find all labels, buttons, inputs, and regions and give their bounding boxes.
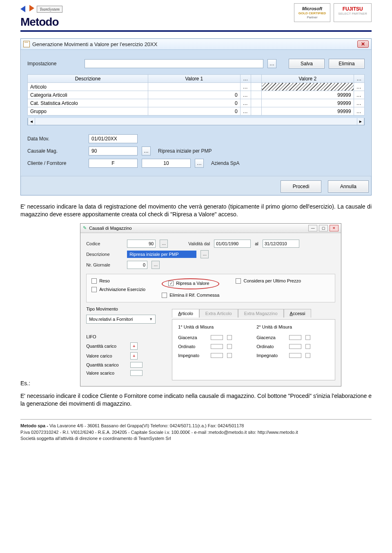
cell-v2-hatched <box>262 83 354 91</box>
um-field[interactable] <box>211 335 223 340</box>
archiviazione-checkbox[interactable]: Archiviazione Esercizio <box>91 287 145 292</box>
chevron-down-icon: ▼ <box>149 317 153 321</box>
elimina-rif-checkbox[interactable]: Elimina il Rif. Commessa <box>162 293 219 298</box>
tab-extra-articolo[interactable]: Extra Articolo <box>199 309 238 318</box>
validita-al-input[interactable]: 31/12/2010 <box>263 240 299 248</box>
tipo-movimento-combo[interactable]: Mov.relativi a Fornitori ▼ <box>86 315 156 324</box>
procedi-button[interactable]: Procedi <box>281 180 321 193</box>
tipo-movimento-label: Tipo Movimento <box>86 306 160 311</box>
cell-v2[interactable]: 99999 <box>262 99 354 107</box>
cb-label: Elimina il Rif. Commessa <box>169 293 219 298</box>
scroll-right-icon[interactable]: ► <box>357 118 364 125</box>
lookup-button[interactable]: … <box>354 83 364 91</box>
ripresa-valore-checkbox[interactable]: Ripresa a Valore <box>168 281 209 286</box>
minimize-button[interactable]: — <box>308 225 317 231</box>
um-field[interactable] <box>305 344 310 349</box>
cell-v2[interactable]: 99999 <box>262 91 354 99</box>
col-valore2: Valore 2 <box>262 75 354 83</box>
tab-accessi[interactable]: Accessi <box>284 309 312 318</box>
um-field[interactable] <box>305 335 310 340</box>
um-field[interactable] <box>289 344 301 349</box>
cliente-code-input[interactable]: 10 <box>142 159 191 168</box>
footer-divider <box>20 419 372 420</box>
um-field[interactable] <box>289 353 301 358</box>
lookup-button[interactable]: … <box>354 107 364 115</box>
table-row: Gruppo 0 … 99999 … <box>28 107 365 115</box>
col-valore1: Valore 1 <box>148 75 241 83</box>
data-mov-input[interactable]: 01/01/20XX <box>89 134 138 143</box>
giacenza-label: Giacenza <box>178 335 207 340</box>
ms-line: Microsoft <box>298 6 326 11</box>
descrizione-lookup-button[interactable]: … <box>200 250 209 258</box>
lookup-button[interactable]: … <box>240 83 251 91</box>
lookup-button[interactable]: … <box>240 107 251 115</box>
q-carico-sign[interactable]: + <box>130 342 138 350</box>
tab-extra-magazzino[interactable]: Extra Magazzino <box>238 309 284 318</box>
descrizione-input[interactable]: Ripresa iniziale per PMP <box>127 251 196 258</box>
v-carico-label: Valore carico <box>86 353 127 358</box>
paragraph-2: E' necessario indicare il codice Cliente… <box>20 392 372 408</box>
elimina-button[interactable]: Elimina <box>329 59 365 69</box>
nr-giornale-lookup-button[interactable]: … <box>151 261 160 269</box>
cliente-prefix-input[interactable]: F <box>89 159 138 168</box>
validita-dal-input[interactable]: 01/01/1990 <box>214 240 251 248</box>
tab-articolo[interactable]: AArticolorticolo <box>172 309 199 318</box>
validita-dal-label: Validità dal <box>188 241 210 246</box>
causale-label: Causale Mag. <box>27 148 85 154</box>
v-carico-sign[interactable]: + <box>130 352 138 360</box>
col-valore2-btn: … <box>354 75 364 83</box>
tab-panel-articolo: 1° Unità di Misura Giacenza Ordinato Imp… <box>172 319 335 380</box>
considera-prezzo-checkbox[interactable]: Considera per Ultimo Prezzo <box>236 278 301 284</box>
um-field[interactable] <box>211 344 223 349</box>
cell-v1[interactable]: 0 <box>148 91 241 99</box>
nr-giornale-input[interactable]: 0 <box>127 261 147 269</box>
um-field[interactable] <box>305 353 310 358</box>
cell-desc: Articolo <box>28 83 148 91</box>
um-field[interactable] <box>227 335 232 340</box>
annulla-button[interactable]: Annulla <box>328 180 369 193</box>
causale-lookup-button[interactable]: … <box>142 147 151 155</box>
cell-v1[interactable]: 0 <box>148 107 241 115</box>
combo-value: Mov.relativi a Fornitori <box>89 317 133 322</box>
causale-input[interactable]: 90 <box>89 147 138 155</box>
scroll-left-icon[interactable]: ◄ <box>28 118 35 125</box>
lookup-button[interactable]: … <box>354 99 364 107</box>
cb-label: Ripresa a Valore <box>176 281 209 286</box>
cell-v1[interactable] <box>148 83 241 91</box>
fj-line: FUJITSU <box>338 6 367 12</box>
impostazione-input[interactable] <box>85 59 263 68</box>
checkbox-panel: Reso Archiviazione Esercizio Ripresa a V… <box>86 274 335 302</box>
impegnato-label: Impegnato <box>256 353 285 358</box>
ordinato-label: Ordinato <box>256 344 285 349</box>
um-field[interactable] <box>211 353 223 358</box>
lookup-button[interactable]: … <box>354 91 364 99</box>
filter-table: Descrizione Valore 1 … Valore 2 … Artico… <box>27 74 365 115</box>
v-scarico-field[interactable] <box>130 370 143 376</box>
window-close-button[interactable]: ✕ <box>357 40 369 48</box>
um-field[interactable] <box>227 344 232 349</box>
um-field[interactable] <box>289 335 301 340</box>
table-row: Categoria Articoli 0 … 99999 … <box>28 91 365 99</box>
salva-button[interactable]: Salva <box>289 59 325 69</box>
maximize-button[interactable]: ▢ <box>319 225 328 231</box>
header-divider <box>20 30 372 32</box>
codice-lookup-button[interactable]: … <box>160 240 168 248</box>
table-scrollbar[interactable]: ◄ ► <box>27 118 365 125</box>
impostazione-lookup-button[interactable]: … <box>267 59 276 68</box>
lookup-button[interactable]: … <box>240 91 251 99</box>
um-field[interactable] <box>227 353 232 358</box>
col-valore1-btn: … <box>240 75 251 83</box>
cliente-description: Azienda SpA <box>211 160 239 166</box>
cell-v1[interactable]: 0 <box>148 99 241 107</box>
codice-input[interactable]: 90 <box>127 240 156 248</box>
footer-subsidiary: Società soggetta all'attività di direzio… <box>20 435 372 442</box>
v-scarico-label: Valore scarico <box>86 371 127 375</box>
cb-label: Considera per Ultimo Prezzo <box>243 278 301 283</box>
lookup-button[interactable]: … <box>240 99 251 107</box>
cliente-lookup-button[interactable]: … <box>195 159 204 168</box>
q-scarico-field[interactable] <box>130 362 143 368</box>
cell-v2[interactable]: 99999 <box>262 107 354 115</box>
paragraph-1: E' necessario indicare la data di regist… <box>20 203 372 218</box>
reso-checkbox[interactable]: Reso <box>91 278 145 284</box>
close-button[interactable]: ✕ <box>330 225 339 231</box>
